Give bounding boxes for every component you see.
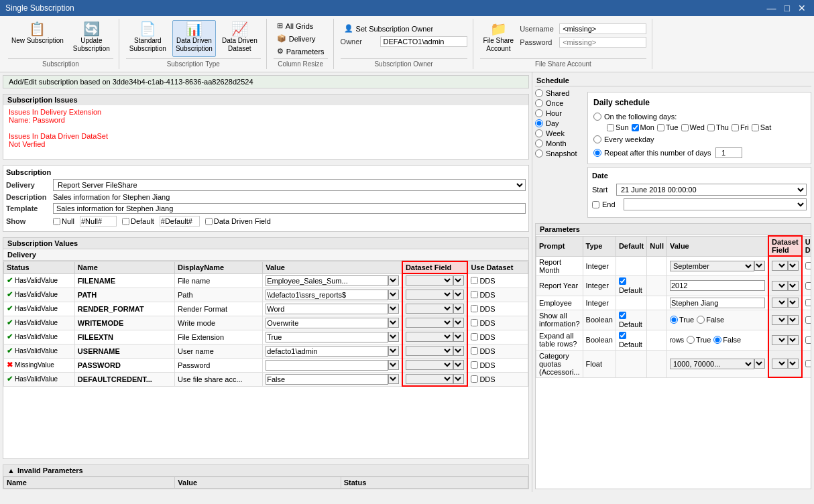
default-checkbox[interactable] <box>619 277 626 285</box>
dataset-field-dropdown[interactable] <box>453 346 464 356</box>
param-dataset-dropdown[interactable] <box>788 298 799 308</box>
value-input[interactable] <box>266 332 388 342</box>
dataset-field-dropdown[interactable] <box>453 374 464 384</box>
param-dataset-dropdown[interactable] <box>788 261 799 271</box>
param-value-dropdown[interactable] <box>754 359 765 369</box>
dataset-field-dropdown[interactable] <box>453 304 464 314</box>
param-dataset-dropdown[interactable] <box>788 359 799 369</box>
parameters-table-container[interactable]: Prompt Type Default Null Value Dataset F… <box>536 235 811 489</box>
param-dataset-select[interactable] <box>772 359 788 369</box>
dataset-field-select[interactable] <box>406 304 454 314</box>
dataset-field-dropdown[interactable] <box>453 332 464 342</box>
radio-week[interactable] <box>535 129 543 137</box>
radio-month[interactable] <box>535 139 543 147</box>
use-dataset-checkbox[interactable] <box>471 277 478 284</box>
default-checkbox[interactable] <box>619 312 626 319</box>
param-use-dataset-checkbox[interactable] <box>805 316 811 324</box>
use-dataset-checkbox[interactable] <box>471 319 478 326</box>
null-checkbox[interactable] <box>53 218 60 225</box>
end-date-select[interactable] <box>624 198 807 210</box>
mon-checkbox[interactable] <box>632 124 639 131</box>
dataset-field-select[interactable] <box>406 360 454 370</box>
param-value-select[interactable]: September <box>670 261 754 271</box>
start-date-select[interactable]: 21 June 2018 00:00:00 <box>616 184 807 196</box>
value-input[interactable] <box>266 318 388 328</box>
template-input[interactable] <box>53 203 526 214</box>
value-dropdown[interactable] <box>388 318 399 328</box>
radio-hour[interactable] <box>535 109 543 117</box>
tue-checkbox[interactable] <box>657 124 664 131</box>
param-value-dropdown[interactable] <box>754 261 765 271</box>
all-grids-button[interactable]: ⊞ All Grids <box>274 20 328 32</box>
file-share-account-button[interactable]: 📁 File ShareAccount <box>480 20 518 57</box>
param-use-dataset-checkbox[interactable] <box>805 360 811 367</box>
param-use-dataset-checkbox[interactable] <box>805 336 811 344</box>
dataset-field-select[interactable] <box>406 290 454 300</box>
param-use-dataset-checkbox[interactable] <box>805 262 811 269</box>
use-dataset-checkbox[interactable] <box>471 375 478 383</box>
username-input[interactable] <box>559 23 646 34</box>
param-dataset-dropdown[interactable] <box>788 335 799 345</box>
value-input[interactable] <box>266 304 388 314</box>
minimize-button[interactable]: — <box>764 3 779 13</box>
every-weekday-radio[interactable] <box>593 135 601 143</box>
param-dataset-dropdown[interactable] <box>788 281 799 291</box>
param-value-input[interactable] <box>670 280 765 291</box>
repeat-radio[interactable] <box>593 149 601 157</box>
use-dataset-checkbox[interactable] <box>471 361 478 369</box>
param-dataset-dropdown[interactable] <box>788 315 799 325</box>
password-input[interactable] <box>559 37 646 48</box>
param-dataset-select[interactable] <box>772 298 788 308</box>
invalid-params-table-container[interactable]: Name Value Status <box>3 477 528 489</box>
sun-checkbox[interactable] <box>607 124 614 131</box>
fri-checkbox[interactable] <box>732 124 739 131</box>
true-radio[interactable] <box>687 336 695 344</box>
dataset-field-dropdown[interactable] <box>453 360 464 370</box>
value-dropdown[interactable] <box>388 304 399 314</box>
use-dataset-checkbox[interactable] <box>471 333 478 340</box>
repeat-input[interactable] <box>715 147 742 158</box>
param-use-dataset-checkbox[interactable] <box>805 282 811 290</box>
new-subscription-button[interactable]: 📋 New Subscription <box>8 20 67 57</box>
radio-snapshot[interactable] <box>535 149 543 158</box>
following-days-radio[interactable] <box>593 113 601 121</box>
dataset-field-select[interactable] <box>406 374 454 384</box>
param-value-select[interactable]: 1000, 70000... <box>670 359 754 369</box>
parameters-button[interactable]: ⚙ Parameters <box>274 46 328 57</box>
delivery-button[interactable]: 📦 Delivery <box>274 33 328 44</box>
default-value-input[interactable] <box>160 216 200 227</box>
false-radio[interactable] <box>713 336 721 344</box>
null-value-input[interactable] <box>80 216 117 227</box>
value-input[interactable] <box>266 275 388 286</box>
default-checkbox[interactable] <box>122 218 129 225</box>
param-dataset-select[interactable] <box>772 335 788 345</box>
wed-checkbox[interactable] <box>681 124 689 131</box>
sat-checkbox[interactable] <box>752 124 759 131</box>
dataset-field-select[interactable] <box>406 275 454 286</box>
param-dataset-select[interactable] <box>772 281 788 291</box>
use-dataset-checkbox[interactable] <box>471 291 478 298</box>
data-driven-field-checkbox[interactable] <box>205 218 213 225</box>
value-input[interactable] <box>266 374 388 385</box>
value-dropdown[interactable] <box>388 346 399 356</box>
true-radio[interactable] <box>670 316 678 324</box>
data-driven-dataset-button[interactable]: 📈 Data DrivenDataset <box>219 20 261 57</box>
radio-shared[interactable] <box>535 89 543 97</box>
dataset-field-dropdown[interactable] <box>453 318 464 328</box>
radio-day[interactable] <box>535 119 543 127</box>
dataset-field-select[interactable] <box>406 332 454 342</box>
update-subscription-button[interactable]: 🔄 UpdateSubscription <box>70 20 113 57</box>
sub-values-table-container[interactable]: Status Name DisplayName Value Dataset Fi… <box>3 261 528 458</box>
thu-checkbox[interactable] <box>707 124 715 131</box>
data-driven-button[interactable]: 📊 Data DrivenSubscription <box>172 20 216 57</box>
default-checkbox[interactable] <box>619 332 626 339</box>
param-use-dataset-checkbox[interactable] <box>805 299 811 306</box>
param-value-input[interactable] <box>670 298 765 308</box>
value-dropdown[interactable] <box>388 332 399 342</box>
maximize-button[interactable]: □ <box>782 3 793 13</box>
value-input[interactable] <box>266 290 388 300</box>
end-date-checkbox[interactable] <box>592 201 599 208</box>
value-input[interactable] <box>266 346 388 357</box>
delivery-select[interactable]: Report Server FileShare <box>53 179 526 191</box>
use-dataset-checkbox[interactable] <box>471 347 478 355</box>
